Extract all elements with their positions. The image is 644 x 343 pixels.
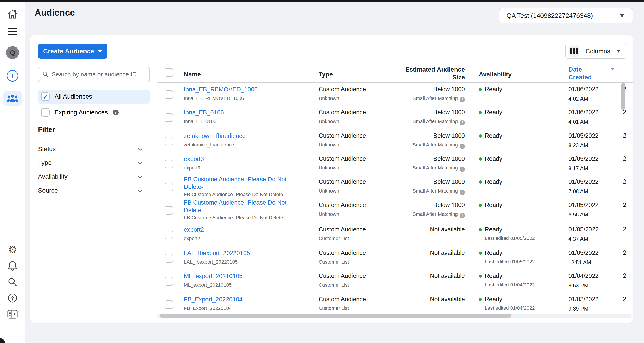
size-note: Small After Matchingi: [398, 142, 465, 149]
availability-status: Ready: [485, 156, 502, 162]
audience-name-link[interactable]: FB Custome Audience -Please Do Not Delet…: [184, 176, 300, 191]
audience-type-detail: Unknown: [319, 95, 366, 101]
name-cell: FB_Export_20220104 FB_Export_20220104: [184, 296, 300, 311]
date-created: 01/05/2022: [568, 178, 598, 186]
audience-type-detail: Customer List: [319, 259, 366, 265]
info-icon[interactable]: i: [460, 120, 465, 126]
audience-name-link[interactable]: export3: [184, 155, 300, 163]
collapse-panel-icon[interactable]: [0, 309, 25, 320]
audience-type: Custom Audience: [319, 178, 366, 186]
date-created-cell: 01/04/2022 8:53 PM: [568, 272, 598, 289]
audience-type: Custom Audience: [319, 226, 366, 233]
audience-type-detail: Customer List: [319, 236, 366, 242]
estimated-size: Below 1000: [398, 155, 465, 162]
table-row: FB Custome Audience -Please Do Not Delet…: [157, 198, 633, 222]
row-checkbox[interactable]: [164, 300, 173, 309]
size-note: Small After Matchingi: [398, 211, 465, 218]
audiences-icon[interactable]: [0, 91, 25, 106]
clipped-next-column-value: 2: [623, 178, 626, 185]
audience-subtitle: export2: [184, 236, 300, 242]
clipped-next-column-value: 2: [623, 226, 626, 233]
audience-type: Custom Audience: [319, 155, 366, 162]
row-checkbox[interactable]: [164, 113, 173, 122]
audience-name-link[interactable]: Inna_EB_0106: [184, 109, 300, 116]
audience-name-link[interactable]: ML_export_20210105: [184, 272, 300, 280]
type-cell: Custom Audience Unknown: [319, 109, 366, 124]
audience-name-link[interactable]: Inna_EB_REMOVED_1006: [184, 86, 300, 93]
time-created: 4:37 AM: [568, 236, 598, 242]
estimated-size: Below 1000: [398, 86, 465, 93]
row-checkbox[interactable]: [164, 137, 173, 145]
audience-name-link[interactable]: zetaknown_fbaudience: [184, 132, 300, 140]
name-cell: export3 export3: [184, 155, 300, 171]
account-selector[interactable]: QA Test (1409822272476348): [499, 8, 633, 23]
ready-status-dot: [479, 252, 482, 255]
availability-cell: Ready Last edited 01/04/2022: [479, 296, 535, 311]
table-row: Inna_EB_REMOVED_1006 Inna_EB_REMOVED_100…: [157, 82, 633, 105]
availability-cell: Ready: [479, 132, 502, 140]
availability-status: Ready: [485, 272, 502, 279]
info-icon[interactable]: i: [460, 213, 465, 218]
row-checkbox[interactable]: [164, 183, 173, 192]
plus-circle-icon[interactable]: +: [0, 70, 25, 82]
audience-name-link[interactable]: FB_Export_20220104: [184, 296, 300, 303]
date-created: 01/04/2022: [568, 272, 598, 280]
size-cell: Below 1000 Small After Matchingi: [398, 202, 465, 218]
info-icon[interactable]: i: [460, 97, 465, 102]
ready-status-dot: [479, 180, 482, 184]
estimated-size: Not available: [398, 226, 465, 233]
type-cell: Custom Audience Unknown: [319, 155, 366, 171]
clipped-next-column-value: 2: [623, 272, 626, 279]
row-checkbox[interactable]: [164, 230, 173, 239]
row-checkbox[interactable]: [164, 277, 173, 286]
name-cell: export2 export2: [184, 226, 300, 242]
notifications-icon[interactable]: [0, 260, 25, 271]
availability-status: Ready: [485, 226, 502, 233]
date-created-cell: 01/05/2022 6:56 AM: [568, 202, 598, 218]
size-cell: Not available i: [398, 249, 465, 257]
date-created-cell: 01/05/2022 8:23 AM: [568, 132, 598, 148]
row-checkbox[interactable]: [164, 90, 173, 99]
help-icon[interactable]: ?: [0, 293, 25, 304]
date-created-cell: 01/06/2022 4:02 AM: [568, 86, 598, 102]
date-created-cell: 01/03/2022 9:39 PM: [568, 296, 598, 312]
row-checkbox[interactable]: [164, 254, 173, 262]
audience-name-link[interactable]: export2: [184, 226, 300, 234]
audience-type: Custom Audience: [319, 132, 366, 140]
row-checkbox[interactable]: [164, 160, 173, 168]
audience-name-link[interactable]: FB Custome Audience -Please Do Not Delet…: [184, 199, 300, 214]
audience-subtitle: FB_Export_20220104: [184, 305, 300, 311]
availability-status: Ready: [485, 296, 502, 302]
table-row: FB Custome Audience -Please Do Not Delet…: [157, 175, 633, 198]
availability-cell: Ready Last edited 01/04/2022: [479, 272, 535, 288]
ready-status-dot: [479, 158, 482, 160]
estimated-size: Below 1000: [398, 109, 465, 116]
clipped-next-column-value: 2: [623, 202, 626, 208]
menu-icon[interactable]: [0, 26, 25, 37]
audience-type-detail: Unknown: [319, 118, 366, 124]
availability-status: Ready: [485, 109, 502, 116]
avatar[interactable]: Q: [0, 46, 25, 59]
audience-subtitle: ML_export_20210105: [184, 282, 300, 288]
size-cell: Below 1000 Small After Matchingi: [398, 109, 465, 126]
row-checkbox[interactable]: [164, 206, 173, 215]
info-icon[interactable]: i: [460, 144, 465, 149]
vertical-scrollbar[interactable]: [622, 83, 625, 110]
search-icon[interactable]: [0, 276, 25, 287]
availability-note: Last edited 01/04/2022: [485, 305, 535, 311]
settings-icon[interactable]: ⚙: [0, 244, 25, 255]
table-row: LAL_fbexport_20220105 LAL_fbexport_20220…: [157, 246, 633, 269]
audience-name-link[interactable]: LAL_fbexport_20220105: [184, 249, 300, 257]
availability-status: Ready: [485, 202, 502, 208]
home-icon[interactable]: [0, 8, 25, 21]
availability-note: Last edited 01/04/2022: [485, 282, 535, 288]
info-icon[interactable]: i: [460, 190, 465, 195]
availability-cell: Ready: [479, 109, 502, 116]
type-cell: Custom Audience Unknown: [319, 178, 366, 194]
type-cell: Custom Audience Customer List: [319, 226, 366, 242]
horizontal-scrollbar-track[interactable]: [157, 314, 632, 318]
info-icon[interactable]: i: [460, 166, 465, 172]
audience-type: Custom Audience: [319, 249, 366, 257]
avatar-letter: Q: [6, 46, 19, 59]
horizontal-scrollbar-thumb[interactable]: [160, 314, 511, 318]
